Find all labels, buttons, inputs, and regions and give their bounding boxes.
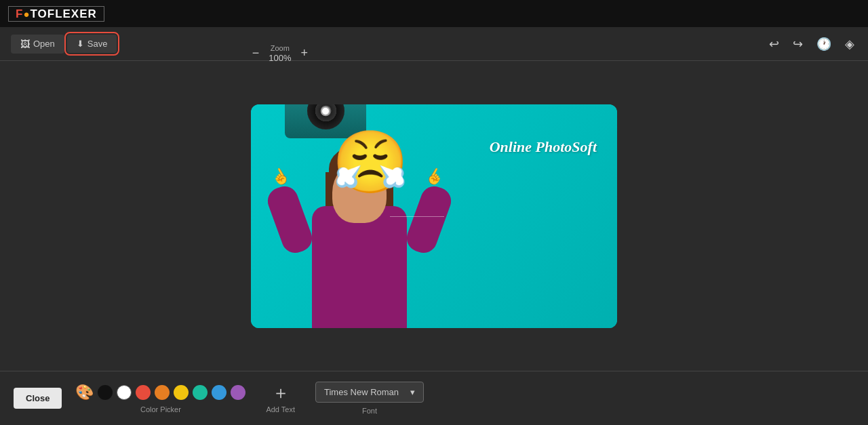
color-swatch-blue[interactable]: [212, 385, 226, 400]
color-swatch-orange[interactable]: [155, 385, 170, 400]
image-canvas: ☝ ☝ 😤 Online PhotoSoft: [251, 104, 617, 328]
add-text-label: Add Text: [266, 405, 295, 413]
canvas-area: ☝ ☝ 😤 Online PhotoSoft: [0, 61, 868, 371]
color-picker-section: 🎨 Color Picker: [75, 384, 245, 413]
turntable-record: [307, 104, 344, 130]
add-text-button[interactable]: ＋: [272, 384, 290, 401]
chevron-down-icon: ▾: [410, 387, 415, 397]
toolbar-right-icons: ↩ ↪ 🕐 ◈: [766, 34, 857, 54]
add-text-section: ＋ Add Text: [266, 384, 295, 413]
emoji-face: 😤: [332, 131, 408, 193]
save-button[interactable]: ⬇ Save: [67, 35, 117, 53]
close-button[interactable]: Close: [14, 388, 62, 409]
save-icon: ⬇: [77, 39, 84, 49]
zoom-out-button[interactable]: −: [248, 46, 264, 60]
zoom-display: Zoom 100%: [269, 44, 291, 64]
person-body: [312, 206, 407, 328]
turntable-center: [321, 106, 330, 116]
person-arm-left: [264, 182, 315, 256]
finger-right-icon: ☝: [422, 164, 447, 188]
finger-left-icon: ☝: [268, 164, 292, 188]
font-label: Font: [362, 407, 377, 415]
layers-button[interactable]: ◈: [842, 34, 857, 54]
horizontal-line: [390, 216, 444, 217]
image-text-overlay: Online PhotoSoft: [490, 138, 597, 156]
top-bar: F●TOFLEXER: [0, 0, 868, 27]
color-swatches: 🎨: [75, 384, 245, 401]
color-swatch-red[interactable]: [136, 385, 151, 400]
open-button[interactable]: 🖼 Open: [11, 35, 64, 54]
open-label: Open: [33, 39, 55, 49]
color-swatch-purple[interactable]: [231, 385, 245, 400]
color-swatch-black[interactable]: [98, 385, 113, 400]
zoom-in-button[interactable]: +: [296, 46, 312, 60]
color-swatch-yellow[interactable]: [174, 385, 189, 400]
color-swatch-white[interactable]: [117, 385, 132, 400]
font-value: Times New Roman: [324, 387, 399, 397]
font-section: Times New Roman ▾ Font: [315, 382, 424, 415]
image-background: ☝ ☝ 😤 Online PhotoSoft: [251, 104, 617, 328]
palette-swatch[interactable]: 🎨: [75, 384, 94, 401]
logo-text: F●TOFLEXER: [8, 6, 104, 22]
person-arm-right: [403, 182, 454, 256]
undo-button[interactable]: ↩: [766, 34, 782, 54]
toolbar: 🖼 Open ⬇ Save − Zoom 100% + ↩ ↪ 🕐 ◈: [0, 27, 868, 61]
bottom-toolbar: Close 🎨 Color Picker ＋ Add Text Times Ne…: [0, 371, 868, 425]
open-icon: 🖼: [20, 39, 30, 49]
color-swatch-teal[interactable]: [193, 385, 208, 400]
logo: F●TOFLEXER: [8, 6, 104, 22]
save-label: Save: [87, 39, 108, 49]
color-picker-label: Color Picker: [140, 405, 181, 413]
font-dropdown[interactable]: Times New Roman ▾: [315, 382, 424, 403]
history-button[interactable]: 🕐: [814, 34, 834, 54]
redo-button[interactable]: ↪: [790, 34, 806, 54]
zoom-text: Zoom: [271, 44, 290, 53]
